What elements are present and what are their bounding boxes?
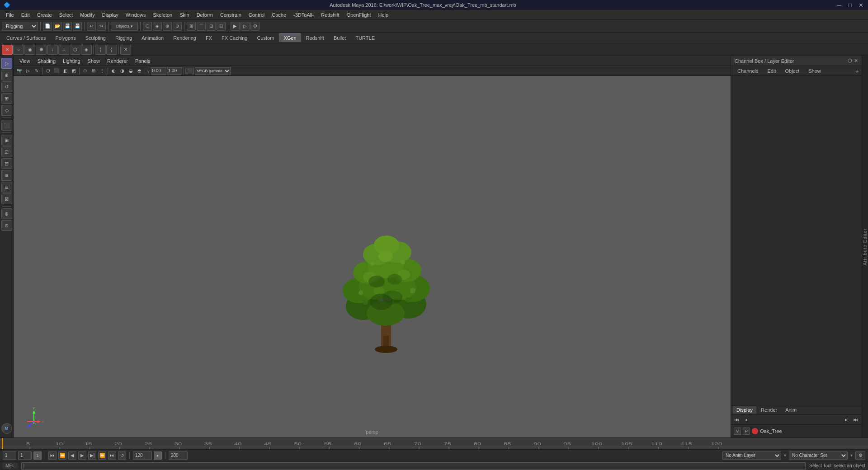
menu-skeleton[interactable]: Skeleton <box>150 11 175 19</box>
xgen-tool-next[interactable]: ⟩ <box>106 45 117 55</box>
snap-point-btn[interactable]: ⊡ <box>207 22 216 31</box>
colorspace-dropdown[interactable]: sRGB gamma <box>195 67 231 75</box>
xgen-tool-down[interactable]: ↓ <box>47 45 58 55</box>
menu-file[interactable]: File <box>3 11 17 19</box>
gamma-input-2[interactable] <box>167 67 182 75</box>
save-as-button[interactable]: 💾 <box>73 22 82 31</box>
tab-custom[interactable]: Custom <box>253 34 279 42</box>
component-mode-btn[interactable]: ◈ <box>153 22 162 31</box>
viewport-menu-panels[interactable]: Panels <box>132 57 154 65</box>
next-frame-button[interactable]: ▶| <box>88 451 96 460</box>
viewport-menu-renderer[interactable]: Renderer <box>104 57 131 65</box>
command-input[interactable]: | <box>21 462 806 470</box>
channel-tool[interactable]: ⊙ <box>1 220 12 231</box>
xgen-tool-up[interactable]: ⊥ <box>58 45 69 55</box>
start-frame-input[interactable] <box>3 451 16 460</box>
menu-modify[interactable]: Modify <box>77 11 98 19</box>
tab-polygons[interactable]: Polygons <box>51 34 80 42</box>
menu-edit[interactable]: Edit <box>18 11 33 19</box>
bb-settings-btn[interactable]: ⚙ <box>855 451 865 460</box>
render-settings-btn[interactable]: ⚙ <box>250 22 259 31</box>
menu-windows[interactable]: Windows <box>123 11 149 19</box>
viewport-menu-show[interactable]: Show <box>85 57 104 65</box>
cb-tab-object[interactable]: Object <box>781 67 803 75</box>
panel-close-btn[interactable]: ✕ <box>854 58 858 64</box>
menu-create[interactable]: Create <box>34 11 55 19</box>
tab-sculpting[interactable]: Sculpting <box>81 34 110 42</box>
le-btn-forward[interactable]: ▸| <box>843 416 851 424</box>
step-back-button[interactable]: ⏪ <box>58 451 66 460</box>
vp-ao-btn[interactable]: ◑ <box>118 67 126 75</box>
vp-isolate-btn[interactable]: ⊙ <box>81 67 89 75</box>
tab-curves-surfaces[interactable]: Curves / Surfaces <box>2 34 50 42</box>
paint-tool[interactable]: ↺ <box>1 81 12 92</box>
end-frame-input[interactable] <box>169 451 188 460</box>
timeline-ruler[interactable]: 5 10 15 20 25 30 35 40 45 50 55 60 65 <box>0 438 868 449</box>
measure-tool[interactable]: ⊟ <box>1 158 12 169</box>
le-btn-back[interactable]: ◂ <box>742 416 750 424</box>
loop-button[interactable]: ↺ <box>118 451 126 460</box>
snap-tool[interactable]: ⊡ <box>1 146 12 157</box>
frame-range-end-indicator[interactable]: 1 <box>33 451 42 460</box>
annotation-tool[interactable]: ≡ <box>1 170 12 181</box>
grid-tool[interactable]: ⊞ <box>1 135 12 146</box>
gamma-input-1[interactable] <box>151 67 166 75</box>
viewport-menu-shading[interactable]: Shading <box>34 57 59 65</box>
play-button[interactable]: ▶ <box>78 451 86 460</box>
viewport-menu-lighting[interactable]: Lighting <box>60 57 84 65</box>
maximize-button[interactable]: □ <box>846 1 854 9</box>
attribute-tool[interactable]: ⊕ <box>1 208 12 219</box>
xgen-tool-hex[interactable]: ⬡ <box>70 45 80 55</box>
render-btn[interactable]: ▶ <box>231 22 240 31</box>
vp-light-btn[interactable]: ◩ <box>70 67 78 75</box>
xgen-tool-diamond[interactable]: ◈ <box>81 45 92 55</box>
xgen-tool-cross[interactable]: ✕ <box>120 45 131 55</box>
vp-wireframe-btn[interactable]: ⬡ <box>44 67 52 75</box>
vp-solid-btn[interactable]: ⬛ <box>52 67 61 75</box>
le-btn-end[interactable]: ⏭ <box>852 416 860 424</box>
tab-fx-caching[interactable]: FX Caching <box>217 34 252 42</box>
viewport[interactable]: View Shading Lighting Show Renderer Pane… <box>14 56 731 437</box>
mel-label[interactable]: MEL <box>3 463 18 469</box>
step-forward-button[interactable]: ⏩ <box>98 451 106 460</box>
current-frame-input[interactable] <box>18 451 32 460</box>
rewind-button[interactable]: ⏮ <box>48 451 57 460</box>
cb-tab-channels[interactable]: Channels <box>734 67 762 75</box>
vp-dof-btn[interactable]: ◓ <box>135 67 143 75</box>
objects-dropdown[interactable]: Objects ▾ <box>111 22 138 31</box>
tab-bullet[interactable]: Bullet <box>329 34 351 42</box>
playback-end-input[interactable] <box>133 451 152 460</box>
vp-texture-btn[interactable]: ◧ <box>61 67 69 75</box>
vp-hud-btn[interactable]: ⊞ <box>90 67 98 75</box>
menu-redshift[interactable]: Redshift <box>318 11 342 19</box>
menu-skin[interactable]: Skin <box>176 11 192 19</box>
cb-tab-edit[interactable]: Edit <box>764 67 779 75</box>
vp-select-btn[interactable]: ▷ <box>24 67 32 75</box>
vp-paint-btn[interactable]: ✎ <box>33 67 41 75</box>
quick-layout[interactable]: ⊠ <box>1 193 12 204</box>
timeline-end-indicator[interactable]: ▸ <box>154 451 162 460</box>
snap-curve-btn[interactable]: ⌒ <box>197 22 206 31</box>
prev-frame-button[interactable]: ◀ <box>68 451 76 460</box>
save-scene-button[interactable]: 💾 <box>63 22 72 31</box>
end-button[interactable]: ⏭ <box>108 451 116 460</box>
close-button[interactable]: ✕ <box>857 1 864 9</box>
lasso-tool[interactable]: ⊕ <box>1 70 12 80</box>
new-scene-button[interactable]: 📄 <box>43 22 52 31</box>
cb-add-btn[interactable]: + <box>855 67 859 75</box>
menu-select[interactable]: Select <box>56 11 76 19</box>
minimize-button[interactable]: ─ <box>835 1 843 9</box>
select-mode-btn[interactable]: ⬡ <box>143 22 152 31</box>
undo-button[interactable]: ↩ <box>87 22 96 31</box>
xgen-tool-dot[interactable]: ◉ <box>24 45 35 55</box>
xgen-tool-prev[interactable]: ⟨ <box>95 45 106 55</box>
snap-grid-btn[interactable]: ⊞ <box>187 22 196 31</box>
viewport-menu-view[interactable]: View <box>16 57 33 65</box>
outliner-tool[interactable]: ≣ <box>1 182 12 193</box>
vp-aa-btn[interactable]: ◒ <box>127 67 135 75</box>
colorspace-selector[interactable]: ⬛ sRGB gamma <box>185 67 231 75</box>
rotate-tool[interactable]: ◇ <box>1 105 12 116</box>
workspace-dropdown[interactable]: Rigging <box>2 22 38 31</box>
lasso-select-btn[interactable]: ⊙ <box>173 22 182 31</box>
le-tab-render[interactable]: Render <box>757 406 781 414</box>
